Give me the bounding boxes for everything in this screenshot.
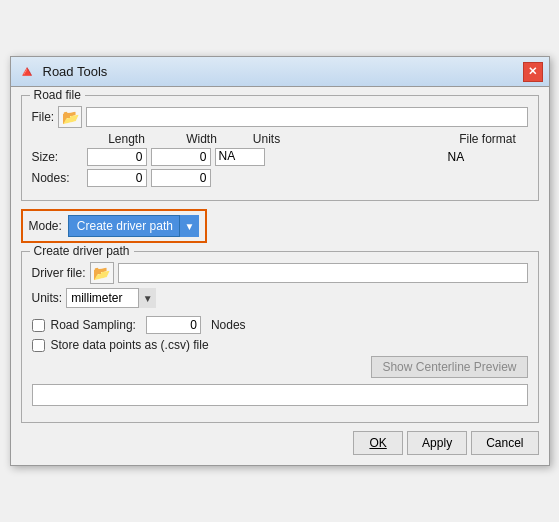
size-label: Size: <box>32 150 87 164</box>
nodes-row: Nodes: <box>32 169 528 187</box>
table-header-row: Length Width Units File format <box>32 132 528 146</box>
store-data-checkbox[interactable] <box>32 339 45 352</box>
col-header-width: Width <box>167 132 237 146</box>
col-header-units: Units <box>237 132 297 146</box>
main-window: 🔺 Road Tools ✕ Road file File: 📂 Length <box>10 56 550 466</box>
nodes-length-input[interactable] <box>87 169 147 187</box>
create-driver-path-group: Create driver path Driver file: 📂 Units:… <box>21 251 539 423</box>
nodes-label-text: Nodes <box>211 318 246 332</box>
units-label: Units: <box>32 291 63 305</box>
file-row: File: 📂 <box>32 106 528 128</box>
size-units-value: NA <box>215 148 265 166</box>
preview-button-container: Show Centerline Preview <box>32 356 528 382</box>
mode-select-wrapper: Create driver path Load road file Edit r… <box>68 215 199 237</box>
titlebar-left: 🔺 Road Tools <box>17 62 108 81</box>
folder-icon: 📂 <box>62 109 79 125</box>
road-sampling-label: Road Sampling: <box>51 318 136 332</box>
file-path-input[interactable] <box>86 107 527 127</box>
road-file-group-title: Road file <box>30 88 85 102</box>
driver-file-label: Driver file: <box>32 266 86 280</box>
content-area: Road file File: 📂 Length Width Units Fil… <box>11 87 549 465</box>
size-fileformat-value: NA <box>448 150 528 164</box>
road-file-group: Road file File: 📂 Length Width Units Fil… <box>21 95 539 201</box>
file-browse-button[interactable]: 📂 <box>58 106 82 128</box>
col-header-fileformat: File format <box>448 132 528 146</box>
nodes-width-input[interactable] <box>151 169 211 187</box>
app-icon: 🔺 <box>17 62 37 81</box>
nodes-value-input[interactable] <box>146 316 201 334</box>
mode-select[interactable]: Create driver path Load road file Edit r… <box>68 215 199 237</box>
driver-file-row: Driver file: 📂 <box>32 262 528 284</box>
close-button[interactable]: ✕ <box>523 62 543 82</box>
ok-button[interactable]: OK <box>353 431 403 455</box>
file-label: File: <box>32 110 55 124</box>
road-sampling-row: Road Sampling: Nodes <box>32 316 528 334</box>
size-length-input[interactable] <box>87 148 147 166</box>
road-sampling-checkbox[interactable] <box>32 319 45 332</box>
units-row: Units: millimeter meter kilometer ▼ <box>32 288 528 308</box>
units-select-wrapper: millimeter meter kilometer ▼ <box>66 288 156 308</box>
mode-label: Mode: <box>29 219 62 233</box>
size-width-input[interactable] <box>151 148 211 166</box>
mode-row: Mode: Create driver path Load road file … <box>21 209 207 243</box>
show-centerline-preview-button[interactable]: Show Centerline Preview <box>371 356 527 378</box>
units-select[interactable]: millimeter meter kilometer <box>66 288 156 308</box>
store-data-row: Store data points as (.csv) file <box>32 338 528 352</box>
folder-icon-2: 📂 <box>93 265 110 281</box>
bottom-text-input[interactable] <box>32 384 528 406</box>
store-data-label: Store data points as (.csv) file <box>51 338 209 352</box>
driver-file-browse-button[interactable]: 📂 <box>90 262 114 284</box>
size-nodes-table: Length Width Units File format Size: NA … <box>32 132 528 187</box>
dialog-buttons: OK Apply Cancel <box>21 431 539 455</box>
size-row: Size: NA NA <box>32 148 528 166</box>
driver-file-path-input[interactable] <box>118 263 528 283</box>
apply-button[interactable]: Apply <box>407 431 467 455</box>
nodes-label: Nodes: <box>32 171 87 185</box>
titlebar: 🔺 Road Tools ✕ <box>11 57 549 87</box>
window-title: Road Tools <box>43 64 108 79</box>
col-header-length: Length <box>87 132 167 146</box>
create-driver-path-title: Create driver path <box>30 244 134 258</box>
cancel-button[interactable]: Cancel <box>471 431 538 455</box>
